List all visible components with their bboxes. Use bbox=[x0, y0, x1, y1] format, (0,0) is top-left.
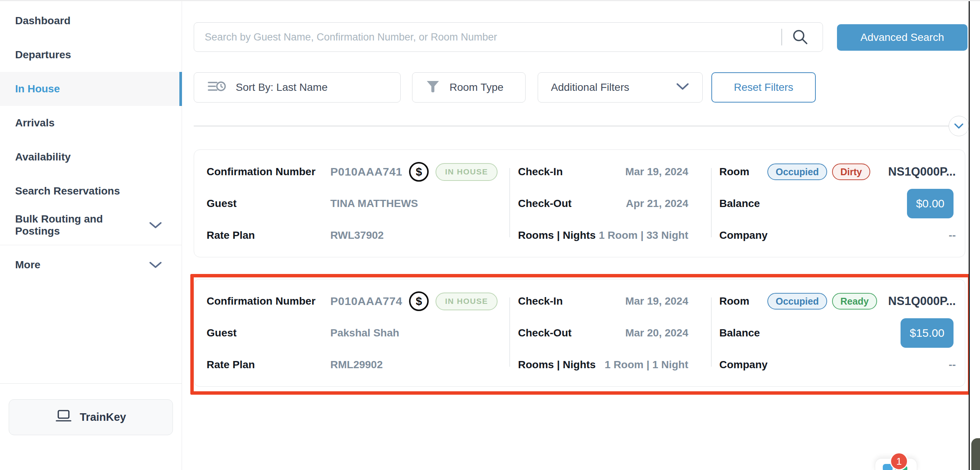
sidebar-item-label: Departures bbox=[15, 49, 71, 61]
confirmation-number[interactable]: P010AAA774 bbox=[330, 295, 402, 307]
occupied-badge: Occupied bbox=[767, 164, 827, 180]
rate-plan-label: Rate Plan bbox=[207, 354, 255, 375]
collapse-toggle[interactable] bbox=[948, 116, 969, 136]
sidebar-item-label: Search Reservations bbox=[15, 185, 120, 197]
column-divider bbox=[711, 298, 712, 367]
chevron-down-icon bbox=[676, 81, 689, 94]
room-status-badges: Occupied Ready bbox=[767, 291, 877, 312]
additional-filters-dropdown[interactable]: Additional Filters bbox=[538, 72, 703, 102]
confirmation-value-group: P010AAA774 $ IN HOUSE bbox=[330, 291, 498, 312]
sidebar-item-more[interactable]: More bbox=[0, 248, 181, 282]
column-divider bbox=[711, 168, 712, 237]
rooms-nights-label: Rooms | Nights bbox=[518, 225, 595, 246]
reset-filters-button[interactable]: Reset Filters bbox=[711, 72, 816, 102]
list-divider bbox=[194, 126, 949, 126]
rate-plan-value: RML29902 bbox=[330, 354, 383, 375]
sidebar-item-in-house[interactable]: In House bbox=[0, 72, 181, 106]
chevron-down-icon bbox=[149, 261, 162, 269]
check-out-label: Check-Out bbox=[518, 322, 572, 344]
room-label: Room bbox=[719, 161, 749, 182]
room-number: NS1Q000P... bbox=[888, 161, 956, 182]
room-type-filter[interactable]: Room Type bbox=[412, 72, 525, 102]
sidebar-item-label: Dashboard bbox=[15, 15, 70, 27]
room-status-badges: Occupied Dirty bbox=[767, 161, 870, 182]
sort-by-label: Sort By: Last Name bbox=[236, 81, 328, 94]
funnel-icon bbox=[425, 79, 441, 97]
sidebar-item-departures[interactable]: Departures bbox=[0, 38, 181, 72]
check-out-label: Check-Out bbox=[518, 193, 572, 214]
search-separator bbox=[781, 29, 782, 45]
in-house-badge: IN HOUSE bbox=[436, 163, 498, 181]
sidebar-bottom-divider bbox=[0, 383, 182, 384]
guest-label: Guest bbox=[207, 322, 237, 344]
column-divider bbox=[509, 168, 510, 237]
sidebar-item-arrivals[interactable]: Arrivals bbox=[0, 106, 181, 140]
confirmation-label: Confirmation Number bbox=[207, 291, 315, 312]
notification-badge: 1 bbox=[890, 452, 908, 470]
sort-icon bbox=[207, 79, 227, 97]
rate-plan-label: Rate Plan bbox=[207, 225, 255, 246]
advanced-search-button[interactable]: Advanced Search bbox=[837, 24, 967, 51]
additional-filters-label: Additional Filters bbox=[551, 81, 629, 94]
reservation-card[interactable]: Confirmation Number P010AAA741 $ IN HOUS… bbox=[194, 150, 965, 257]
window-edge-line bbox=[969, 1, 970, 470]
company-value: -- bbox=[948, 354, 956, 375]
sidebar-item-search-reservations[interactable]: Search Reservations bbox=[0, 174, 181, 208]
check-out-date: Mar 20, 2024 bbox=[625, 322, 688, 344]
balance-button[interactable]: $0.00 bbox=[907, 189, 953, 218]
in-house-badge: IN HOUSE bbox=[436, 293, 498, 310]
company-label: Company bbox=[719, 225, 768, 246]
guest-name: TINA MATTHEWS bbox=[330, 193, 418, 214]
chevron-down-icon bbox=[149, 221, 162, 229]
rooms-nights-value: 1 Room | 33 Night bbox=[598, 225, 688, 246]
laptop-icon bbox=[56, 409, 72, 425]
room-label: Room bbox=[719, 291, 749, 312]
check-out-date: Apr 21, 2024 bbox=[626, 193, 688, 214]
housekeeping-badge: Ready bbox=[832, 293, 877, 309]
confirmation-label: Confirmation Number bbox=[207, 161, 315, 182]
column-divider bbox=[509, 298, 510, 367]
sidebar-item-availability[interactable]: Availability bbox=[0, 140, 181, 174]
trainkey-button[interactable]: TrainKey bbox=[9, 399, 173, 435]
room-number: NS1Q000P... bbox=[888, 291, 956, 312]
sidebar-item-label: Bulk Routing and Postings bbox=[15, 213, 149, 237]
dollar-icon[interactable]: $ bbox=[409, 292, 429, 311]
dollar-icon[interactable]: $ bbox=[409, 162, 429, 182]
background-window-corner bbox=[971, 438, 980, 470]
trainkey-label: TrainKey bbox=[80, 411, 126, 424]
housekeeping-badge: Dirty bbox=[832, 164, 870, 180]
in-house-page: Dashboard Departures In House Arrivals A… bbox=[0, 0, 980, 470]
sidebar-divider bbox=[0, 245, 181, 245]
sidebar-item-label: Arrivals bbox=[15, 117, 54, 129]
check-in-date: Mar 19, 2024 bbox=[625, 161, 688, 182]
sidebar-item-bulk-routing[interactable]: Bulk Routing and Postings bbox=[0, 208, 181, 242]
balance-label: Balance bbox=[719, 322, 760, 344]
occupied-badge: Occupied bbox=[767, 293, 827, 309]
sidebar-item-label: Availability bbox=[15, 151, 71, 163]
sidebar-item-label: More bbox=[15, 259, 40, 271]
search-icon[interactable] bbox=[791, 28, 809, 48]
confirmation-number[interactable]: P010AAA741 bbox=[330, 166, 402, 178]
check-in-date: Mar 19, 2024 bbox=[625, 291, 688, 312]
sidebar-item-dashboard[interactable]: Dashboard bbox=[0, 4, 181, 38]
guest-name: Pakshal Shah bbox=[330, 322, 399, 344]
room-type-label: Room Type bbox=[450, 81, 504, 94]
search-input[interactable] bbox=[194, 22, 823, 52]
company-value: -- bbox=[948, 225, 956, 246]
rooms-nights-label: Rooms | Nights bbox=[518, 354, 595, 375]
sort-by-dropdown[interactable]: Sort By: Last Name bbox=[194, 72, 401, 102]
screen-edge-strip bbox=[970, 1, 980, 470]
chevron-down-icon bbox=[954, 123, 964, 129]
check-in-label: Check-In bbox=[518, 161, 563, 182]
sidebar-item-label: In House bbox=[15, 83, 60, 95]
balance-label: Balance bbox=[719, 193, 760, 214]
reservation-card-selected[interactable]: Confirmation Number P010AAA774 $ IN HOUS… bbox=[194, 279, 965, 387]
sidebar: Dashboard Departures In House Arrivals A… bbox=[0, 1, 182, 470]
balance-button[interactable]: $15.00 bbox=[900, 318, 953, 348]
active-indicator-bar bbox=[179, 72, 182, 106]
guest-label: Guest bbox=[207, 193, 237, 214]
check-in-label: Check-In bbox=[518, 291, 563, 312]
company-label: Company bbox=[719, 354, 768, 375]
confirmation-value-group: P010AAA741 $ IN HOUSE bbox=[330, 161, 498, 182]
rooms-nights-value: 1 Room | 1 Night bbox=[605, 354, 688, 375]
